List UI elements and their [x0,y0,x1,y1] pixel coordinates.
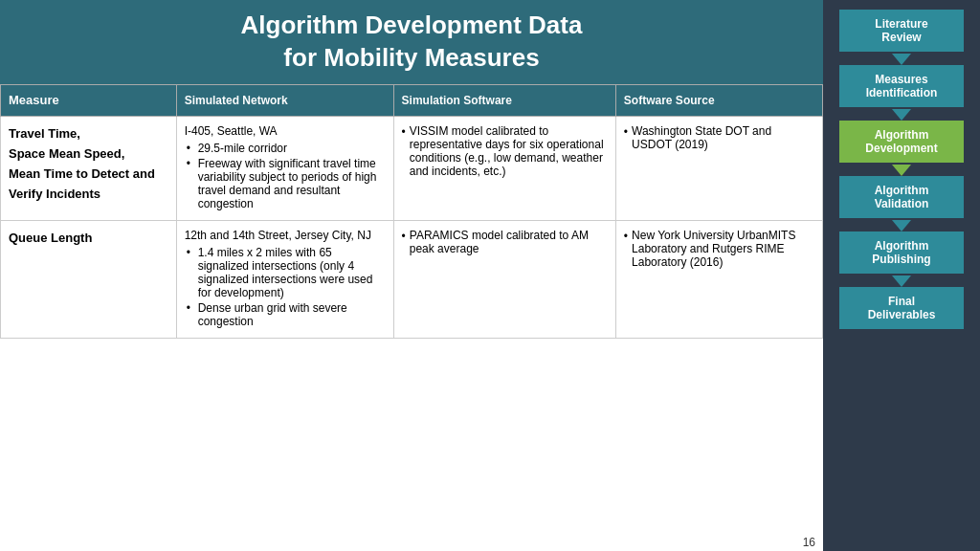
arrow-4 [892,220,911,231]
simnet-bullet-item: 1.4 miles x 2 miles with 65 signalized i… [185,246,386,299]
title-area: Algorithm Development Data for Mobility … [0,0,823,84]
col-header-simsw: Simulation Software [393,84,615,117]
bullet-dot: • [624,230,628,269]
measure-cell-1: Travel Time, Space Mean Speed, Mean Time… [1,117,177,221]
swsrc-bullet-1: • Washington State DOT and USDOT (2019) [624,124,814,151]
simnet-cell-1: I-405, Seattle, WA 29.5-mile corridor Fr… [176,117,393,221]
table-row: Travel Time, Space Mean Speed, Mean Time… [1,117,823,221]
bullet-dot: • [402,125,406,178]
bullet-dot: • [624,125,628,151]
swsrc-text-1: Washington State DOT and USDOT (2019) [632,124,814,151]
simsw-cell-2: • PARAMICS model calibrated to AM peak a… [393,221,615,339]
col-header-measure: Measure [1,84,177,117]
simnet-bullets-1: 29.5-mile corridor Freeway with signific… [185,142,386,210]
simsw-bullet-1: • VISSIM model calibrated to representat… [402,124,608,178]
simnet-bullets-2: 1.4 miles x 2 miles with 65 signalized i… [185,246,386,328]
swsrc-bullet-2: • New York University UrbanMITS Laborato… [624,229,814,269]
sidebar-item-algorithm-validation: AlgorithmValidation [839,176,964,218]
data-table: Measure Simulated Network Simulation Sof… [0,84,823,340]
arrow-5 [892,276,911,287]
table-header-row: Measure Simulated Network Simulation Sof… [1,84,823,117]
sidebar-item-final-deliverables: FinalDeliverables [839,287,964,329]
sidebar: LiteratureReview MeasuresIdentification … [823,0,980,551]
measure-text-1: Travel Time, Space Mean Speed, Mean Time… [9,124,168,204]
main-content: Algorithm Development Data for Mobility … [0,0,823,551]
simsw-text-1: VISSIM model calibrated to representativ… [410,124,608,178]
arrow-3 [892,165,911,176]
sidebar-item-algorithm-development: AlgorithmDevelopment [839,121,964,163]
sidebar-item-algorithm-publishing: AlgorithmPublishing [839,231,964,274]
simsw-bullet-2: • PARAMICS model calibrated to AM peak a… [402,229,608,255]
measure-text-2: Queue Length [9,231,92,245]
swsrc-text-2: New York University UrbanMITS Laboratory… [632,229,814,269]
arrow-2 [892,109,911,121]
sidebar-item-measures-identification: MeasuresIdentification [839,65,964,107]
simnet-main-2: 12th and 14th Street, Jersey City, NJ [185,229,371,242]
simnet-main-1: I-405, Seattle, WA [185,124,278,138]
swsrc-cell-2: • New York University UrbanMITS Laborato… [615,221,822,339]
page-number: 16 [0,534,823,551]
col-header-simnet: Simulated Network [176,84,393,117]
table-container: Measure Simulated Network Simulation Sof… [0,84,823,534]
simsw-cell-1: • VISSIM model calibrated to representat… [393,117,615,221]
col-header-swsrc: Software Source [615,84,822,117]
arrow-1 [892,54,911,65]
page-title: Algorithm Development Data for Mobility … [19,10,804,75]
sidebar-item-literature-review: LiteratureReview [839,10,964,52]
bullet-dot: • [402,230,406,255]
table-row: Queue Length 12th and 14th Street, Jerse… [1,221,823,339]
simnet-bullet-item: 29.5-mile corridor [185,142,386,155]
simnet-bullet-item: Freeway with significant travel time var… [185,157,386,210]
simnet-cell-2: 12th and 14th Street, Jersey City, NJ 1.… [176,221,393,339]
measure-cell-2: Queue Length [1,221,177,339]
simsw-text-2: PARAMICS model calibrated to AM peak ave… [410,229,608,255]
simnet-bullet-item: Dense urban grid with severe congestion [185,301,386,328]
swsrc-cell-1: • Washington State DOT and USDOT (2019) [615,117,822,221]
